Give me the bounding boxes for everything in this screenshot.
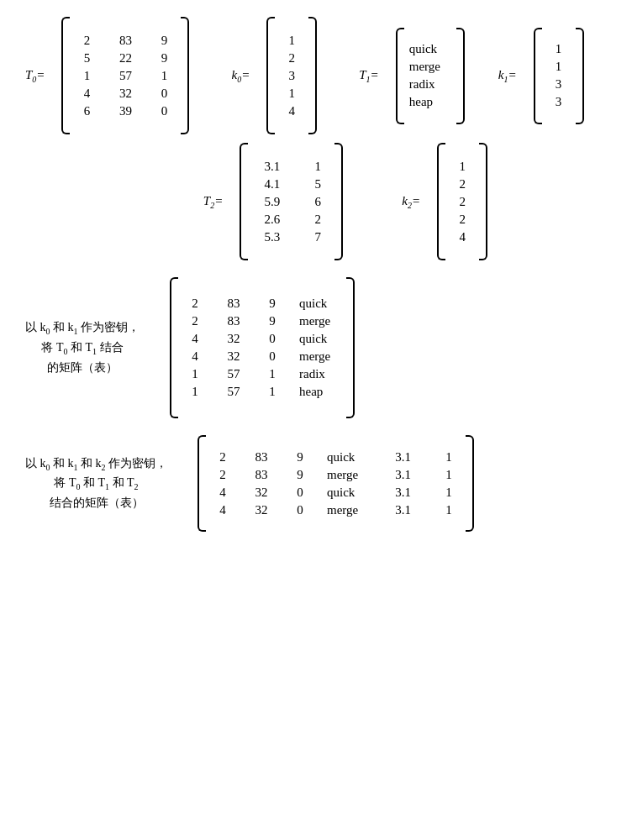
join01-matrix: 2839quick 2839merge 4320quick 4320merge …	[170, 277, 355, 418]
k2-bracket-left	[437, 143, 445, 260]
T0-label-wrap: T0=	[25, 68, 45, 84]
T0-matrix: 2839 5229 1571 4320 6390	[61, 17, 189, 134]
row1: T0= 2839 5229 1571 4320 6390 k0= 1 2 3 1…	[25, 17, 607, 134]
join012-desc-line1: 以 k0 和 k1 和 k2 作为密钥，	[25, 454, 167, 475]
T0-label: T0=	[25, 68, 45, 84]
join01-desc-line1: 以 k0 和 k1 作为密钥，	[25, 318, 140, 339]
T2-label: T2=	[203, 194, 223, 210]
join012-bracket-right	[466, 435, 474, 532]
k0-label: k0=	[231, 68, 250, 84]
join01-description: 以 k0 和 k1 作为密钥， 将 T0 和 T1 结合 的矩阵（表）	[25, 318, 140, 377]
k2-matrix: 1 2 2 2 4	[437, 143, 487, 260]
k0-content: 1 2 3 1 4	[275, 29, 308, 123]
row4: 以 k0 和 k1 和 k2 作为密钥， 将 T0 和 T1 和 T2 结合的矩…	[25, 435, 607, 532]
T1-matrix: quick merge radix heap	[396, 28, 465, 124]
join01-bracket-left	[170, 277, 178, 418]
row3: 以 k0 和 k1 作为密钥， 将 T0 和 T1 结合 的矩阵（表） 2839…	[25, 277, 607, 418]
join012-desc-line2: 将 T0 和 T1 和 T2	[54, 474, 138, 494]
join01-content: 2839quick 2839merge 4320quick 4320merge …	[178, 291, 346, 404]
join012-content: 2839quick3.11 2839merge3.11 4320quick3.1…	[206, 445, 466, 522]
k0-matrix: 1 2 3 1 4	[266, 17, 317, 134]
join01-desc-line2: 将 T0 和 T1 结合	[41, 339, 123, 359]
k1-matrix: 1 1 3 3	[534, 28, 584, 124]
k0-bracket-right	[308, 17, 317, 134]
join012-description: 以 k0 和 k1 和 k2 作为密钥， 将 T0 和 T1 和 T2 结合的矩…	[25, 454, 167, 513]
T0-content: 2839 5229 1571 4320 6390	[70, 29, 181, 123]
T2-bracket-right	[334, 143, 343, 260]
join012-desc-line3: 结合的矩阵（表）	[50, 494, 144, 512]
k2-content: 1 2 2 2 4	[445, 155, 479, 249]
T0-bracket-right	[181, 17, 189, 134]
T2-bracket-left	[240, 143, 248, 260]
join01-bracket-right	[346, 277, 355, 418]
T2-content: 3.11 4.15 5.96 2.62 5.37	[248, 155, 334, 249]
k1-bracket-right	[576, 28, 584, 124]
join01-desc-line3: 的矩阵（表）	[47, 359, 118, 377]
k1-label: k1=	[498, 68, 517, 84]
join012-bracket-left	[198, 435, 206, 532]
T2-matrix: 3.11 4.15 5.96 2.62 5.37	[240, 143, 343, 260]
T1-bracket-left	[396, 28, 404, 124]
k1-bracket-left	[534, 28, 542, 124]
k2-label: k2=	[402, 194, 420, 210]
row2: T2= 3.11 4.15 5.96 2.62 5.37 k2= 1 2 2 2…	[25, 143, 607, 260]
T0-bracket-left	[61, 17, 70, 134]
join012-matrix: 2839quick3.11 2839merge3.11 4320quick3.1…	[198, 435, 474, 532]
T1-bracket-right	[456, 28, 465, 124]
k0-bracket-left	[266, 17, 275, 134]
T1-content: quick merge radix heap	[404, 37, 456, 114]
k2-bracket-right	[479, 143, 487, 260]
k1-content: 1 1 3 3	[542, 37, 576, 114]
T1-label: T1=	[359, 68, 378, 84]
